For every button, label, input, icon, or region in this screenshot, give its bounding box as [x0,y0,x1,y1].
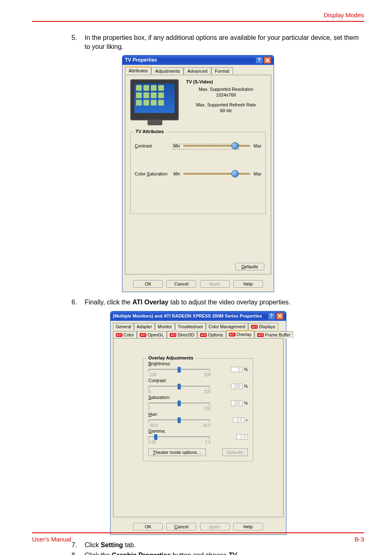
tab-options[interactable]: ATIOptions [197,331,226,338]
tab-frame-buffer[interactable]: ATIFrame Buffer [254,331,293,338]
saturation-label-2: Saturation: [148,395,248,400]
cancel-button[interactable]: Cancel [166,280,196,288]
brightness-scale-max: 100 [204,373,211,377]
contrast-value-2: 100 [231,384,242,389]
saturation-min: Min [173,172,180,176]
theater-mode-button[interactable]: Theater mode options… [148,449,206,456]
hue-label: Hue: [148,412,248,417]
tab-displays[interactable]: ATIDisplays [248,323,278,330]
footer-left: User's Manual [32,536,71,543]
contrast-unit: % [244,384,248,389]
tab-color-management[interactable]: Color Management [206,323,248,330]
tabs: AttributesAdjustmentsAdvancedFormat [125,67,271,75]
tab-adjustments[interactable]: Adjustments [151,67,184,74]
tab-format[interactable]: Format [211,67,233,74]
saturation-value-2: 100 [231,401,242,406]
max-resolution-value: 1024x768 [186,92,266,97]
help-button-2[interactable]: Help [233,523,263,530]
tab-attributes[interactable]: Attributes [125,67,151,74]
brightness-slider[interactable]: 0% [148,366,248,373]
contrast-max: Max [254,144,261,148]
close-icon [278,314,282,318]
titlebar: TV Properties ? [122,55,274,65]
tab-direct3d[interactable]: ATIDirect3D [167,331,197,338]
step-8: 8. Click the Graphic Properties button a… [85,551,364,555]
gamma-value: 1.0 [236,434,248,440]
defaults-button-2[interactable]: Defaults [222,449,248,456]
step-6-text-b: tab to adjust the video overlay properti… [168,299,291,306]
help-button[interactable]: Help [233,280,263,288]
brightness-unit: % [244,367,248,372]
contrast-scale-min: 0 [148,389,151,394]
saturation-max: Max [254,172,261,176]
titlebar-help-button[interactable]: ? [256,57,263,64]
max-refresh-label: Max. Supported Refresh Rate [186,102,266,107]
tab-monitor[interactable]: Monitor [155,323,175,330]
defaults-button[interactable]: Defaults [235,263,264,270]
tabs-row-2: ATIColorATIOpenGLATIDirect3DATIOptionsAT… [113,330,284,338]
brightness-value: 0 [231,367,242,372]
contrast-label-2: Contrast: [148,378,248,383]
hue-slider[interactable]: 0.0o [148,417,248,423]
cancel-button-2[interactable]: Cancel [166,523,196,530]
titlebar-close-button-2[interactable] [276,313,284,320]
tv-properties-dialog: TV Properties ? AttributesAdjustmentsAdv… [122,55,274,292]
tab-opengl[interactable]: ATIOpenGL [137,331,167,338]
dialog-title-2: (Multiple Monitors) and ATI RADEON XPRES… [113,311,267,321]
max-refresh-value: 60 Hz [186,108,266,113]
hue-unit: o [246,418,248,422]
titlebar-help-button-2[interactable]: ? [268,313,275,320]
contrast-scale-max: 200 [204,389,211,394]
apply-button[interactable]: Apply [200,280,230,288]
saturation-scale-min: 0 [148,406,151,411]
step-8-bold-2: TV [228,552,237,555]
tab-troubleshoot[interactable]: Troubleshoot [175,323,206,330]
tabs-row-1: GeneralAdapterMonitorTroubleshootColor M… [113,322,284,330]
brightness-label: Brightness: [148,361,248,366]
tab-advanced[interactable]: Advanced [184,67,211,74]
step-6-num: 6. [71,298,77,307]
step-8-num: 8. [71,551,77,555]
header-rule [32,21,364,22]
tab-color[interactable]: ATIColor [113,331,137,338]
contrast-slider-2[interactable]: 100% [148,383,248,389]
footer-right: B-3 [355,536,364,543]
device-name: TV (S-Video) [186,79,266,84]
page-footer: User's Manual B-3 [32,532,364,543]
tv-attributes-group: TV Attributes Contrast Min Max Color Sat… [130,132,266,214]
gamma-scale-min: 0.85 [148,440,156,444]
step-5-num: 5. [71,33,77,42]
step-6-bold: ATI Overlay [132,299,168,306]
tv-preview-image [130,79,179,120]
overlay-adjustments-group: Overlay Adjustments Brightness: 0% -1001… [143,358,253,461]
tv-attributes-title: TV Attributes [134,129,166,134]
max-resolution-label: Max. Supported Resolution [186,87,266,92]
ati-properties-dialog: (Multiple Monitors) and ATI RADEON XPRES… [110,311,286,535]
page-header: Display Modes [32,12,364,21]
tab-overlay[interactable]: ATIOverlay [226,330,254,338]
titlebar-close-button[interactable] [264,57,271,64]
step-5: 5. In the properties box, if any additio… [85,33,364,51]
close-icon [265,58,270,62]
contrast-label: Contrast [135,143,170,148]
tab-general[interactable]: General [113,323,134,330]
step-5-text: In the properties box, if any additional… [85,34,359,50]
ok-button-2[interactable]: OK [133,523,163,530]
saturation-slider-2[interactable]: 100% [148,400,248,406]
contrast-slider[interactable] [183,143,250,149]
step-8-text-a: Click the [85,552,112,555]
tab-adapter[interactable]: Adapter [134,323,155,330]
overlay-adjustments-title: Overlay Adjustments [147,355,195,360]
gamma-label: Gamma: [148,428,248,433]
hue-value: 0.0 [233,417,244,423]
titlebar-2: (Multiple Monitors) and ATI RADEON XPRES… [111,311,286,321]
apply-button-2[interactable]: Apply [200,523,230,530]
saturation-scale-max: 200 [204,406,211,411]
hue-scale-max: 30.0 [203,423,211,428]
step-6: 6. Finally, click the ATI Overlay tab to… [85,298,364,307]
gamma-slider[interactable]: 1.0 [148,433,248,440]
ok-button[interactable]: OK [133,280,163,288]
step-8-text-c: . [237,552,239,555]
saturation-slider[interactable] [183,171,250,177]
gamma-scale-max: 2.5 [205,440,211,444]
